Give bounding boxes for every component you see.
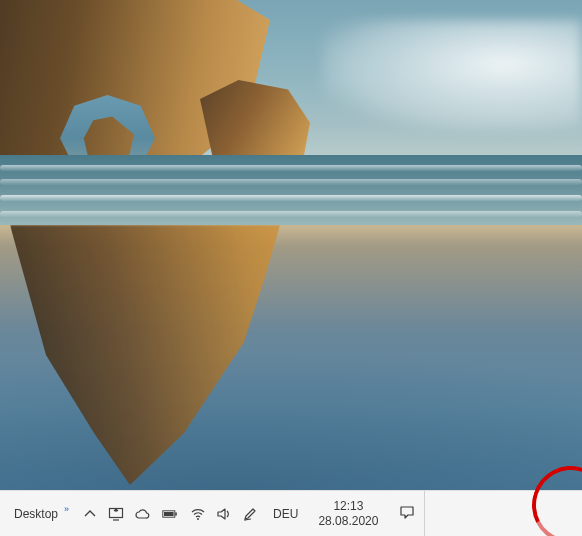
show-desktop-button[interactable] [424,491,430,536]
desktop-toolbar-expand-icon[interactable]: » [64,504,77,514]
desktop-wallpaper[interactable] [0,0,582,490]
language-indicator[interactable]: DEU [263,507,308,521]
clock-button[interactable]: 12:13 28.08.2020 [308,499,388,529]
chevron-up-icon [82,506,98,522]
cloud-icon [134,506,150,522]
action-center-button[interactable] [390,504,424,523]
svg-rect-2 [164,512,174,516]
volume-button[interactable] [211,506,237,522]
wifi-button[interactable] [185,506,211,522]
clock-time: 12:13 [318,499,378,514]
clock-date: 28.08.2020 [318,514,378,529]
project-screen-icon [108,506,124,522]
wallpaper-cloud [322,20,582,130]
notification-bubble-icon [399,504,415,523]
wifi-icon [190,506,206,522]
svg-point-4 [197,518,199,520]
pen-icon [242,506,258,522]
taskbar: Desktop » DEU 12:13 [0,490,582,536]
battery-button[interactable] [155,506,185,522]
speaker-icon [216,506,232,522]
project-screen-button[interactable] [103,506,129,522]
tray-overflow-button[interactable] [77,506,103,522]
battery-icon [162,506,178,522]
wallpaper-ocean [0,155,582,225]
svg-rect-3 [175,512,177,515]
windows-ink-button[interactable] [237,506,263,522]
onedrive-button[interactable] [129,506,155,522]
desktop-toolbar-label[interactable]: Desktop [0,507,64,521]
